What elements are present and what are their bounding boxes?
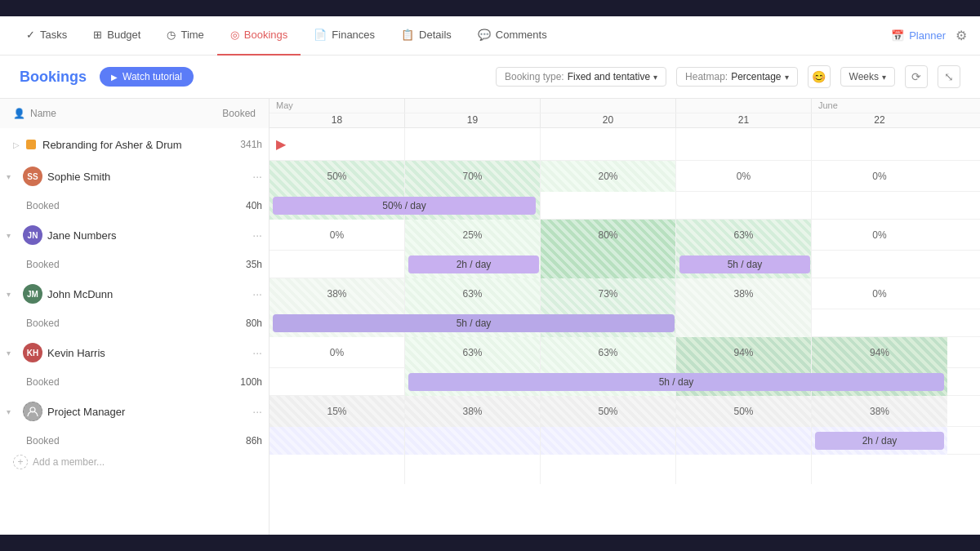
details-icon: 📋	[401, 29, 414, 41]
content-area: Bookings ▶ Watch tutorial Booking type: …	[0, 56, 980, 535]
booking-type-button[interactable]: Booking type: Fixed and tentative ▾	[496, 67, 666, 87]
sophie-expand-icon[interactable]: ▾	[7, 172, 18, 181]
jane-booked-row: 2h / day 5h / day	[270, 251, 980, 278]
heatmap-button[interactable]: Heatmap: Percentage ▾	[676, 67, 797, 87]
tab-time[interactable]: ◷ Time	[154, 16, 216, 56]
budget-icon: ⊞	[93, 29, 102, 41]
history-icon[interactable]: ⟳	[905, 65, 928, 88]
project-play-cell: ▶	[270, 128, 405, 161]
john-name: John McDunn	[47, 288, 247, 300]
tab-tasks-label: Tasks	[40, 29, 67, 41]
john-booked-hours: 80h	[213, 318, 262, 329]
day-20: 20	[541, 113, 676, 127]
sophie-booking-bar: 50% / day	[273, 197, 536, 215]
john-pct-19: 63%	[405, 278, 541, 309]
kevin-pct-20: 63%	[541, 337, 676, 368]
watch-tutorial-button[interactable]: ▶ Watch tutorial	[100, 67, 194, 87]
play-icon: ▶	[111, 73, 118, 82]
watch-tutorial-label: Watch tutorial	[122, 71, 182, 82]
kevin-pct-19: 63%	[405, 337, 541, 368]
day-21: 21	[676, 113, 812, 127]
john-more-icon[interactable]: ···	[252, 287, 262, 300]
project-expand-icon[interactable]: ▷	[13, 140, 26, 149]
heatmap-value: Percentage	[731, 71, 781, 82]
jane-pct-21: 63%	[676, 220, 812, 251]
kevin-pct-18: 0%	[270, 337, 405, 368]
project-name: Rebranding for Asher & Drum	[42, 139, 213, 151]
tab-bookings[interactable]: ◎ Bookings	[217, 16, 301, 56]
heatmap-arrow: ▾	[785, 73, 789, 82]
kevin-pct-row: 0% 63% 63% 94% 94%	[270, 337, 980, 368]
finances-icon: 📄	[314, 29, 327, 41]
sophie-avatar: SS	[23, 167, 42, 186]
planner-label: Planner	[909, 29, 946, 42]
pm-pct-19: 38%	[405, 396, 541, 427]
jane-booked-left: Booked 35h	[0, 251, 270, 278]
booking-type-value: Fixed and tentative	[568, 71, 650, 82]
sophie-pct-19: 70%	[405, 161, 541, 192]
tab-budget[interactable]: ⊞ Budget	[80, 16, 154, 56]
table-container: 👤 Name Booked ▷ Rebranding for Asher & D…	[0, 99, 980, 535]
weeks-arrow: ▾	[882, 73, 886, 82]
tab-details[interactable]: 📋 Details	[388, 16, 465, 56]
top-nav: ✓ Tasks ⊞ Budget ◷ Time ◎ Bookings 📄 Fin…	[0, 16, 980, 56]
pm-pct-21: 50%	[676, 396, 812, 427]
project-row-right: ▶	[270, 128, 980, 161]
jane-pct-22: 0%	[812, 220, 947, 251]
nav-tabs: ✓ Tasks ⊞ Budget ◷ Time ◎ Bookings 📄 Fin…	[13, 16, 891, 56]
pm-pct-20: 50%	[541, 396, 676, 427]
planner-button[interactable]: 📅 Planner	[891, 29, 946, 42]
tab-time-label: Time	[180, 29, 203, 41]
sophie-pct-18: 50%	[270, 161, 405, 192]
settings-icon[interactable]: ⚙	[956, 28, 967, 43]
pm-booked-left: Booked 86h	[0, 427, 270, 455]
project-hours: 341h	[213, 139, 262, 150]
kevin-booked-hours: 100h	[213, 376, 262, 388]
member-john-left: ▾ JM John McDunn ···	[0, 278, 270, 309]
weeks-button[interactable]: Weeks ▾	[840, 67, 895, 87]
pm-booked-hours: 86h	[213, 435, 262, 447]
kevin-more-icon[interactable]: ···	[252, 346, 262, 359]
sophie-more-icon[interactable]: ···	[252, 170, 262, 183]
kevin-avatar: KH	[23, 343, 42, 362]
pm-booked-label: Booked	[26, 435, 213, 447]
may-month-label: May	[270, 99, 405, 113]
booking-type-label: Booking type:	[505, 71, 564, 82]
sophie-booked-row: 50% / day	[270, 192, 980, 220]
john-pct-21: 38%	[676, 278, 812, 309]
jane-avatar: JN	[23, 225, 42, 245]
jane-booked-hours: 35h	[213, 259, 262, 270]
emoji-button[interactable]: 😊	[808, 65, 831, 88]
tab-tasks[interactable]: ✓ Tasks	[13, 16, 80, 56]
jane-more-icon[interactable]: ···	[252, 229, 262, 242]
jane-pct-20: 80%	[541, 220, 676, 251]
add-member-icon: +	[13, 455, 28, 469]
john-booked-left: Booked 80h	[0, 309, 270, 337]
tab-finances[interactable]: 📄 Finances	[301, 16, 388, 56]
tab-comments-label: Comments	[496, 29, 547, 41]
june-month-label: June	[812, 99, 947, 113]
jane-expand-icon[interactable]: ▾	[7, 231, 18, 240]
john-booked-label: Booked	[26, 318, 213, 329]
add-member-button[interactable]: + Add a member...	[0, 455, 270, 469]
john-booking-bar: 5h / day	[273, 314, 675, 332]
share-icon[interactable]: ⤡	[938, 65, 960, 88]
kevin-expand-icon[interactable]: ▾	[7, 349, 18, 358]
tab-budget-label: Budget	[107, 29, 140, 41]
bookings-title: Bookings	[20, 69, 87, 86]
pm-more-icon[interactable]: ···	[252, 405, 262, 418]
jane-pct-18: 0%	[270, 220, 405, 251]
project-color	[26, 140, 36, 149]
left-panel: 👤 Name Booked ▷ Rebranding for Asher & D…	[0, 99, 270, 535]
kevin-booked-label: Booked	[26, 376, 213, 388]
pm-booked-row: 2h / day	[270, 427, 980, 455]
member-jane-left: ▾ JN Jane Numbers ···	[0, 220, 270, 251]
john-expand-icon[interactable]: ▾	[7, 290, 18, 299]
pm-pct-22: 38%	[812, 396, 947, 427]
col-name-label: Name	[30, 108, 207, 119]
tab-comments[interactable]: 💬 Comments	[465, 16, 560, 56]
pm-expand-icon[interactable]: ▾	[7, 407, 18, 416]
comments-icon: 💬	[478, 29, 491, 41]
jane-bar-1: 2h / day	[408, 256, 539, 273]
bookings-icon: ◎	[230, 29, 239, 41]
